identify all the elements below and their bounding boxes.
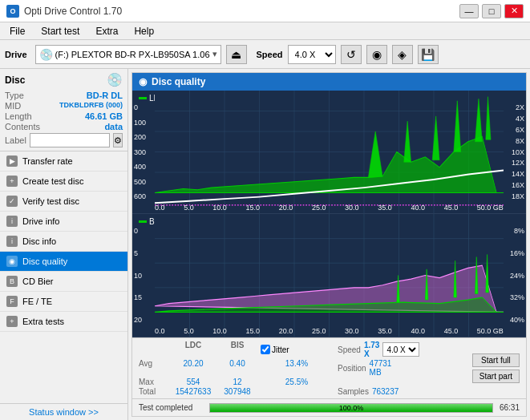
nav-verify-test-disc[interactable]: ✓ Verify test disc (0, 192, 127, 212)
speed-row: Speed 1.73 X 4.0 X (338, 341, 402, 358)
avg-ldc: 20.20 (172, 359, 214, 377)
drive-label: Drive (5, 50, 27, 59)
nav-disc-quality[interactable]: ◉ Disc quality (0, 252, 127, 272)
disc-contents-value: data (104, 122, 123, 131)
samples-label: Samples (338, 387, 369, 396)
start-part-button[interactable]: Start part (472, 370, 520, 383)
position-label: Position (338, 364, 366, 373)
start-buttons: Start full Start part (472, 353, 520, 383)
avg-bis: 0.40 (219, 359, 256, 377)
disc-quality-panel: ◉ Disc quality LDC Read speed (131, 72, 527, 417)
stats-bar: LDC BIS Jitter Speed 1.73 X 4.0 X (132, 337, 526, 398)
start-full-button[interactable]: Start full (472, 353, 520, 367)
bis-legend-dot (139, 220, 147, 223)
stats-header-empty (139, 341, 168, 358)
position-row: Position 47731 MB (338, 359, 402, 377)
bis-x-axis: 0.05.010.015.020.0 25.030.035.040.045.05… (155, 327, 504, 335)
disc-section: Disc 💿 Type BD-R DL MID TDKBLDRFB (000) … (0, 69, 127, 151)
nav-create-test-disc[interactable]: + Create test disc (0, 172, 127, 192)
nav-transfer-rate[interactable]: ▶ Transfer rate (0, 151, 127, 172)
menu-file[interactable]: File (6, 25, 28, 38)
nav-extra-tests[interactable]: + Extra tests (0, 312, 127, 332)
app-icon: O (6, 5, 19, 18)
nav-cd-bier[interactable]: B CD Bier (0, 272, 127, 292)
create-test-disc-icon: + (6, 176, 18, 187)
drive-selector[interactable]: 💿 (F:) PLEXTOR BD-R PX-LB950SA 1.06 ▾ (35, 45, 221, 64)
disc-type-label: Type (5, 91, 24, 100)
verify-test-disc-icon: ✓ (6, 196, 18, 207)
close-button[interactable]: ✕ (504, 4, 524, 18)
speed-selector[interactable]: 4.0 X 2.0 X 1.0 X (288, 45, 336, 64)
window-controls: — □ ✕ (459, 4, 524, 18)
ldc-y-axis-right: 18X 16X 14X 12X 10X 8X 6X 4X 2X (504, 103, 526, 200)
save-button[interactable]: 💾 (418, 45, 439, 64)
max-jitter: 25.5% (261, 378, 333, 386)
menu-start-test[interactable]: Start test (38, 25, 83, 38)
progress-time: 66:31 (500, 403, 520, 412)
disc-quality-title: Disc quality (152, 76, 205, 87)
ldc-y-axis-left: 600 500 400 300 200 100 0 (132, 103, 155, 200)
disc-quality-header: ◉ Disc quality (132, 73, 526, 91)
progress-bar: 100.0% (209, 403, 493, 413)
nav-drive-info[interactable]: i Drive info (0, 212, 127, 232)
status-text: Test completed (139, 403, 203, 412)
menu-bar: File Start test Extra Help (0, 22, 530, 40)
disc-quality-icon: ◉ (6, 256, 18, 267)
ldc-x-axis: 0.05.010.015.020.0 25.030.035.040.045.05… (155, 204, 504, 212)
total-label: Total (139, 387, 168, 396)
content-area: ◉ Disc quality LDC Read speed (128, 69, 530, 420)
extra-tests-icon: + (6, 316, 18, 327)
refresh-button[interactable]: ↺ (341, 45, 362, 64)
speed-stat-value: 1.73 X (364, 341, 379, 358)
nav-items: ▶ Transfer rate + Create test disc ✓ Ver… (0, 151, 127, 403)
ldc-chart-svg (155, 91, 504, 213)
disc-info-icon: i (6, 236, 18, 247)
stats-ldc-header: LDC (172, 341, 214, 358)
title-bar: O Opti Drive Control 1.70 — □ ✕ (0, 0, 530, 22)
menu-help[interactable]: Help (131, 25, 157, 38)
disc-section-title: Disc (5, 75, 25, 86)
samples-value: 763237 (372, 387, 399, 396)
speed-label: Speed (257, 50, 283, 59)
max-label: Max (139, 378, 168, 386)
disc-contents-label: Contents (5, 122, 40, 131)
position-value: 47731 MB (370, 359, 402, 377)
transfer-rate-icon: ▶ (6, 155, 18, 167)
nav-disc-info[interactable]: i Disc info (0, 232, 127, 252)
charts-container: LDC Read speed Write speed (132, 91, 526, 337)
bis-chart: BIS Jitter (132, 214, 526, 337)
scan-button[interactable]: ◈ (392, 45, 413, 64)
disc-quality-header-icon: ◉ (139, 76, 147, 87)
status-window-button[interactable]: Status window >> (0, 403, 127, 420)
jitter-checkbox-container[interactable]: Jitter (261, 341, 333, 358)
drive-info-icon: i (6, 216, 18, 227)
max-ldc: 554 (172, 378, 214, 386)
menu-extra[interactable]: Extra (92, 25, 121, 38)
avg-jitter: 13.4% (261, 359, 333, 377)
progress-area: Test completed 100.0% 66:31 (132, 398, 526, 416)
disc-mid-value: TDKBLDRFB (000) (59, 101, 123, 111)
nav-fe-te[interactable]: F FE / TE (0, 292, 127, 312)
disc-length-label: Length (5, 111, 32, 121)
burn-button[interactable]: ◉ (366, 45, 387, 64)
jitter-checkbox-label: Jitter (272, 345, 289, 354)
stats-speed-selector[interactable]: 4.0 X (382, 342, 419, 357)
jitter-checkbox[interactable] (261, 345, 270, 354)
sidebar: Disc 💿 Type BD-R DL MID TDKBLDRFB (000) … (0, 69, 128, 420)
disc-label-input[interactable] (30, 133, 110, 147)
samples-row: Samples 763237 (338, 387, 402, 396)
disc-mid-label: MID (5, 101, 21, 111)
disc-label-label: Label (5, 135, 26, 145)
disc-section-icon: 💿 (107, 72, 123, 87)
disc-length-value: 46.61 GB (85, 111, 123, 121)
drive-dropdown-icon: ▾ (212, 49, 217, 59)
maximize-button[interactable]: □ (482, 4, 501, 18)
minimize-button[interactable]: — (459, 4, 479, 18)
bis-chart-svg (155, 214, 504, 337)
bis-y-axis-left: 20 15 10 5 0 (132, 227, 155, 324)
max-bis: 12 (219, 378, 256, 386)
cd-bier-icon: B (6, 276, 18, 287)
disc-label-button[interactable]: ⚙ (113, 133, 123, 147)
stats-bis-header: BIS (219, 341, 256, 358)
eject-button[interactable]: ⏏ (226, 45, 247, 64)
